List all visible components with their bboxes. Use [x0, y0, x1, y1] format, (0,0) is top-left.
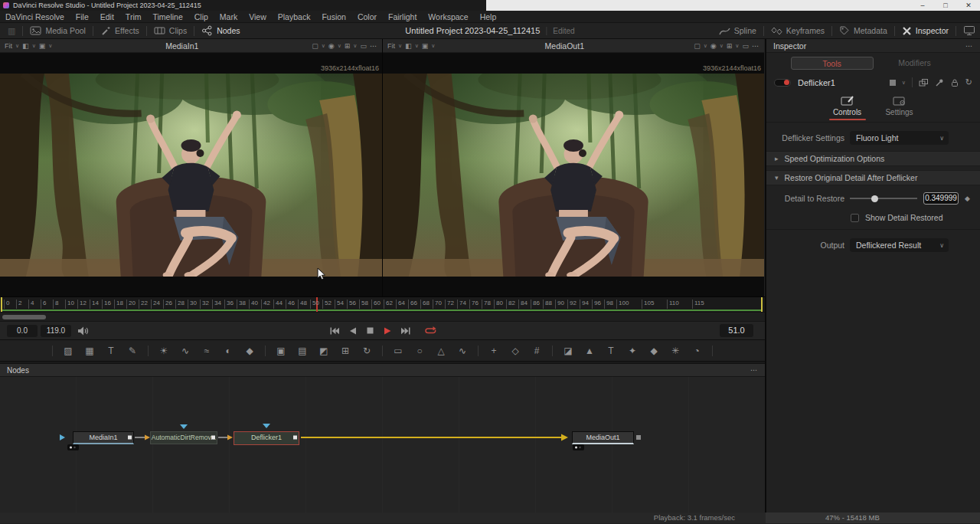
left-viewer-channel-icon[interactable]: ▣ — [39, 42, 46, 50]
tool-merge-3d-icon[interactable]: ◆ — [648, 346, 660, 356]
menu-timeline[interactable]: Timeline — [152, 12, 182, 21]
tool-color-curves-icon[interactable]: ∿ — [179, 346, 191, 356]
node-canvas[interactable]: MediaIn1AutomaticDirtRemov...Deflicker1M… — [0, 377, 765, 513]
tab-modifiers[interactable]: Modifiers — [874, 57, 956, 70]
left-viewer-roi-icon[interactable]: ⊞ — [345, 42, 351, 50]
right-viewer-zoom-dropdown[interactable]: Fit — [387, 42, 395, 50]
tool-resize-icon[interactable]: ⊞ — [339, 346, 351, 356]
timeline-ruler[interactable]: 0246810121416182022242628303234363840424… — [0, 296, 765, 312]
menu-help[interactable]: Help — [480, 12, 497, 21]
inspector-options-icon[interactable]: ⋯ — [965, 42, 973, 50]
right-viewer-overlay-icon[interactable]: ▢ — [694, 42, 701, 50]
node-color-chip[interactable] — [890, 80, 896, 86]
left-viewer-lut-icon[interactable]: ◉ — [328, 42, 335, 50]
tool-renderer-3d-icon[interactable]: ◔ — [691, 346, 703, 356]
metadata-button[interactable]: Metadata — [839, 25, 887, 36]
tool-rectangle-mask-icon[interactable]: ▭ — [392, 346, 404, 356]
timeline-scrollbar-thumb[interactable] — [2, 315, 46, 319]
close-icon[interactable]: ✕ — [957, 0, 980, 11]
tool-channel-booleans-icon[interactable]: ▤ — [296, 346, 309, 356]
tab-controls[interactable]: Controls — [829, 95, 866, 121]
node-automaticdirtremov[interactable]: AutomaticDirtRemov... — [150, 431, 217, 444]
tool-spot-light-icon[interactable]: ✦ — [626, 346, 639, 356]
show-detail-restored-checkbox[interactable] — [851, 214, 859, 222]
tool-brightness-contrast-icon[interactable]: ◐ — [222, 346, 234, 356]
tool-grid-warp-icon[interactable]: # — [531, 346, 543, 356]
loop-button[interactable] — [424, 326, 436, 336]
media-pool-button[interactable]: Media Pool — [30, 25, 86, 36]
tool-planar-tracker-icon[interactable]: ◇ — [509, 346, 521, 356]
keyframe-diamond-icon[interactable]: ◆ — [965, 195, 970, 202]
right-viewer-lut-icon[interactable]: ◉ — [710, 42, 717, 50]
nodes-button[interactable]: Nodes — [201, 25, 240, 36]
tool-text-icon[interactable]: T — [105, 346, 117, 356]
current-frame-field[interactable]: 51.0 — [720, 324, 753, 337]
detail-to-restore-value[interactable]: 0.349999 — [923, 192, 959, 205]
reset-icon[interactable]: ↻ — [965, 77, 972, 87]
menu-fusion[interactable]: Fusion — [322, 12, 346, 21]
menu-edit[interactable]: Edit — [100, 12, 114, 21]
tool-fast-noise-icon[interactable]: ▦ — [83, 346, 96, 356]
spline-button[interactable]: Spline — [719, 26, 756, 36]
node-mediain1[interactable]: MediaIn1 — [73, 431, 134, 444]
restore-detail-section[interactable]: ▾ Restore Original Detail After Deflicke… — [766, 170, 980, 185]
right-viewer-channel-icon[interactable]: ▣ — [422, 42, 429, 50]
versions-icon[interactable] — [919, 78, 929, 87]
left-viewer-overlay-icon[interactable]: ▢ — [312, 42, 318, 50]
clips-button[interactable]: Clips — [154, 25, 187, 36]
deflicker-settings-select[interactable]: Fluoro Light ∨ — [850, 131, 949, 145]
menu-playback[interactable]: Playback — [278, 12, 311, 21]
out-point-field[interactable]: 119.0 — [41, 325, 71, 337]
tool-color-corrector-icon[interactable]: ☀ — [158, 346, 170, 356]
play-reverse-button[interactable] — [348, 326, 358, 336]
node-enable-toggle[interactable] — [774, 79, 791, 87]
tool-matte-control-icon[interactable]: ◩ — [318, 346, 330, 356]
tool-paint-icon[interactable]: ✎ — [126, 346, 139, 356]
tool-bspline-mask-icon[interactable]: ∿ — [456, 346, 469, 356]
tool-shape-3d-icon[interactable]: ▲ — [583, 346, 596, 356]
menu-clip[interactable]: Clip — [194, 12, 208, 21]
right-viewer-ab-icon[interactable]: ◧ — [405, 42, 412, 50]
menu-file[interactable]: File — [76, 12, 89, 21]
right-viewer-roi-icon[interactable]: ⊞ — [727, 42, 733, 50]
minimize-icon[interactable]: – — [911, 0, 934, 11]
tool-background-icon[interactable]: ▨ — [62, 346, 74, 356]
play-button[interactable] — [383, 326, 392, 336]
tool-polygon-mask-icon[interactable]: △ — [435, 346, 447, 356]
tool-hue-curves-icon[interactable]: ≈ — [201, 346, 213, 356]
menu-mark[interactable]: Mark — [220, 12, 237, 21]
tool-text-3d-icon[interactable]: T — [605, 346, 617, 356]
tool-merge-icon[interactable]: ▣ — [275, 346, 287, 356]
tool-blur-icon[interactable]: ◆ — [243, 346, 256, 356]
speed-optimization-section[interactable]: ▸ Speed Optimization Options — [766, 151, 980, 166]
menu-color[interactable]: Color — [358, 12, 377, 21]
output-select[interactable]: Deflickered Result ∨ — [850, 238, 949, 252]
clean-feed-monitor-icon[interactable] — [963, 25, 975, 36]
tool-particles-icon[interactable]: ✳ — [669, 346, 681, 356]
node-mediaout1[interactable]: MediaOut1 — [572, 431, 634, 444]
tool-transform-icon[interactable]: ↻ — [361, 346, 373, 356]
right-viewer-expand-icon[interactable]: ▭ — [742, 42, 749, 50]
audio-mute-icon[interactable] — [77, 326, 90, 336]
page-switch-icon[interactable]: ▥ — [8, 26, 15, 36]
node-color-chevron-icon[interactable]: ∨ — [902, 80, 906, 86]
left-viewer-zoom-dropdown[interactable]: Fit — [5, 42, 12, 50]
left-viewer-ab-icon[interactable]: ◧ — [22, 42, 29, 50]
node-deflicker1[interactable]: Deflicker1 — [234, 431, 299, 445]
goto-start-button[interactable] — [329, 326, 340, 336]
lock-icon[interactable] — [950, 78, 959, 87]
menu-trim[interactable]: Trim — [126, 12, 142, 21]
left-viewer-options-icon[interactable]: ⋯ — [370, 42, 377, 50]
nodes-panel-options-icon[interactable]: ⋯ — [750, 366, 758, 374]
keyframes-button[interactable]: Keyframes — [771, 26, 825, 36]
stop-button[interactable] — [366, 326, 374, 335]
goto-end-button[interactable] — [400, 326, 411, 336]
effects-button[interactable]: Effects — [100, 25, 139, 36]
slider-handle[interactable] — [871, 195, 878, 202]
left-viewer-expand-icon[interactable]: ▭ — [360, 42, 367, 50]
menu-davinci-resolve[interactable]: DaVinci Resolve — [5, 12, 64, 21]
maximize-icon[interactable]: □ — [934, 0, 957, 11]
detail-to-restore-slider[interactable] — [850, 198, 917, 199]
tab-tools[interactable]: Tools — [791, 57, 874, 70]
pin-icon[interactable] — [935, 78, 944, 87]
